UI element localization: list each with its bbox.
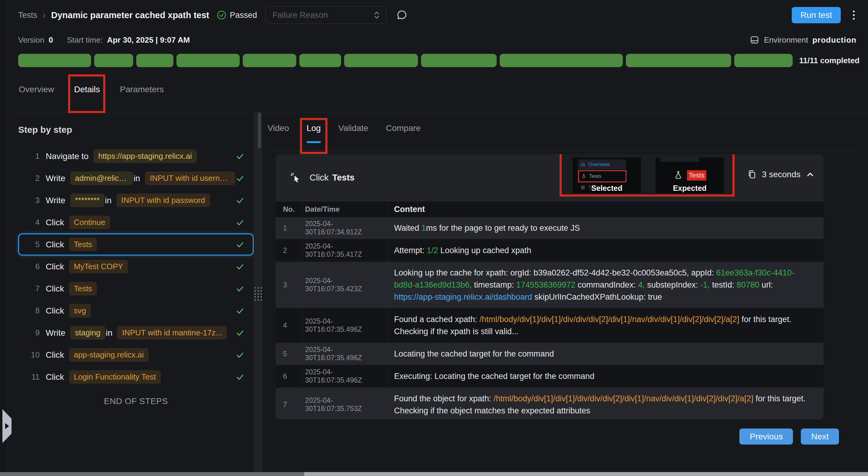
status-text: Passed bbox=[230, 10, 257, 20]
step-row-11[interactable]: 11ClickLogin Functionality Test bbox=[18, 366, 254, 388]
progress-segment-8[interactable] bbox=[421, 54, 497, 67]
progress-segment-6[interactable] bbox=[299, 54, 341, 67]
progress-segment-3[interactable] bbox=[136, 54, 173, 67]
mini-overview-item: Overview bbox=[578, 159, 626, 170]
environment-value: production bbox=[812, 35, 857, 45]
log-card: Click Tests Overview Test bbox=[276, 154, 824, 419]
step-target-chip: Login Functionality Test bbox=[69, 370, 161, 384]
flask-icon bbox=[673, 170, 683, 180]
resize-handle-dots-icon[interactable] bbox=[254, 287, 262, 301]
step-action: Write bbox=[46, 196, 65, 205]
step-target-chip: app-staging.relicx.ai bbox=[69, 348, 149, 362]
progress-segment-11[interactable] bbox=[734, 54, 792, 67]
step-action: Click bbox=[46, 372, 64, 382]
step-row-3[interactable]: 3Write********inINPUT with id password bbox=[18, 189, 254, 211]
tab-validate[interactable]: Validate bbox=[338, 121, 368, 150]
selected-label: Selected bbox=[572, 184, 641, 193]
step-row-6[interactable]: 6ClickMyTest COPY bbox=[18, 256, 254, 278]
log-xpath: /html/body/div[1]/div[1]/div/div/div[2]/… bbox=[479, 315, 739, 324]
log-text: Looking up the cache for xpath: orgId: b… bbox=[394, 268, 716, 277]
horizontal-scrollbar-thumb[interactable] bbox=[0, 472, 304, 476]
step-number: 7 bbox=[27, 284, 40, 293]
selected-screenshot-thumbnail[interactable]: Overview Tests Suites bbox=[572, 158, 641, 193]
run-test-button[interactable]: Run test bbox=[792, 7, 841, 23]
progress-segment-7[interactable] bbox=[344, 54, 418, 67]
tab-overview[interactable]: Overview bbox=[19, 77, 54, 112]
step-value-chip: staging bbox=[70, 326, 105, 340]
panel-resize-scrollbar[interactable] bbox=[254, 112, 262, 476]
progress-segment-4[interactable] bbox=[177, 54, 240, 67]
progress-segment-10[interactable] bbox=[626, 54, 731, 67]
run-info-bar: Version 0 Start time: Apr 30, 2025 | 9:0… bbox=[8, 30, 868, 49]
log-row-timestamp: 2025-04-30T16:07:35.496Z bbox=[302, 343, 387, 365]
log-text: commandIndex: bbox=[575, 280, 638, 290]
app-root: Tests › Dynamic parameter cached xpath t… bbox=[0, 0, 868, 476]
failure-reason-placeholder: Failure Reason bbox=[272, 10, 373, 20]
progress-segment-1[interactable] bbox=[18, 54, 91, 67]
tab-details[interactable]: Details bbox=[74, 77, 100, 112]
collapse-chevron-up-icon[interactable] bbox=[805, 170, 815, 179]
step-passed-check-icon bbox=[235, 174, 245, 183]
more-options-kebab-icon[interactable] bbox=[851, 9, 857, 22]
log-text: skipUrlInCachedXPathLookup: true bbox=[532, 293, 662, 302]
comment-bubble-icon[interactable] bbox=[396, 9, 408, 22]
breadcrumb-tests[interactable]: Tests bbox=[18, 10, 37, 20]
step-target-chip: Tests bbox=[69, 282, 97, 296]
log-row-content: Looking up the cache for xpath: orgId: b… bbox=[387, 262, 824, 308]
step-row-5[interactable]: 5ClickTests bbox=[18, 234, 254, 256]
progress-segment-5[interactable] bbox=[243, 54, 296, 67]
step-row-8[interactable]: 8Clicksvg bbox=[18, 300, 254, 322]
step-connector: in bbox=[105, 196, 112, 205]
tab-compare[interactable]: Compare bbox=[386, 121, 421, 150]
detail-panel: VideoLogValidateCompare Click Tests Over… bbox=[262, 112, 868, 476]
step-list: 1Navigate tohttps://app-staging.relicx.a… bbox=[18, 145, 254, 388]
failure-reason-select[interactable]: Failure Reason bbox=[266, 6, 386, 24]
log-text: substepIndex: bbox=[645, 280, 700, 290]
step-passed-check-icon bbox=[235, 306, 245, 316]
select-updown-icon bbox=[373, 10, 381, 20]
tab-log[interactable]: Log bbox=[307, 121, 321, 150]
log-text: url: bbox=[760, 280, 773, 290]
step-target-chip: INPUT with id password bbox=[117, 194, 210, 207]
tab-video[interactable]: Video bbox=[268, 121, 289, 150]
expected-screenshot-thumbnail[interactable]: Tests Expected bbox=[655, 158, 724, 193]
step-number: 11 bbox=[27, 372, 40, 382]
log-row-number: 7 bbox=[276, 388, 302, 419]
progress-segment-2[interactable] bbox=[94, 54, 133, 67]
copy-icon[interactable] bbox=[747, 169, 757, 180]
step-row-1[interactable]: 1Navigate tohttps://app-staging.relicx.a… bbox=[18, 145, 254, 167]
environment-drive-icon bbox=[749, 35, 760, 45]
log-row-content: Found the object for xpath: /html/body/d… bbox=[387, 388, 824, 419]
step-number: 3 bbox=[27, 196, 40, 205]
log-row-content: Found a cached xpath: /html/body/div[1]/… bbox=[387, 308, 824, 342]
step-row-7[interactable]: 7ClickTests bbox=[18, 278, 254, 300]
step-number: 1 bbox=[27, 151, 40, 161]
step-row-10[interactable]: 10Clickapp-staging.relicx.ai bbox=[18, 344, 254, 366]
log-row-content: Attempt: 1/2 Looking up cached xpath bbox=[387, 239, 824, 261]
step-row-9[interactable]: 9WritestaginginINPUT with id mantine-17z… bbox=[18, 322, 254, 344]
steps-scrollbar-thumb[interactable] bbox=[258, 112, 261, 148]
status-badge: Passed bbox=[216, 10, 257, 20]
progress-segment-9[interactable] bbox=[500, 54, 623, 67]
previous-button[interactable]: Previous bbox=[739, 429, 793, 445]
step-row-2[interactable]: 2Writeadmin@relicx.aiinINPUT with id use… bbox=[18, 167, 254, 189]
tab-parameters[interactable]: Parameters bbox=[120, 77, 164, 112]
step-target-chip: svg bbox=[69, 304, 91, 317]
step-progress-bar: 11/11 completed bbox=[18, 53, 860, 68]
horizontal-scrollbar[interactable] bbox=[0, 472, 868, 476]
step-row-4[interactable]: 4ClickContinue bbox=[18, 211, 254, 234]
log-row-content: Waited 1ms for the page to get ready to … bbox=[387, 217, 824, 239]
log-link[interactable]: https://app-staging.relicx.ai/dashboard bbox=[394, 293, 532, 302]
log-text: 1 bbox=[422, 224, 426, 233]
main-area: Step by step 1Navigate tohttps://app-sta… bbox=[8, 112, 868, 476]
progress-segments bbox=[18, 54, 793, 67]
duration-group: 3 seconds bbox=[747, 169, 815, 180]
log-row-4: 42025-04-30T16:07:35.496ZFound a cached … bbox=[276, 308, 824, 343]
step-number: 4 bbox=[27, 218, 40, 227]
expected-label: Expected bbox=[655, 184, 724, 193]
log-header: Click Tests Overview Test bbox=[276, 154, 824, 201]
step-number: 5 bbox=[27, 240, 40, 249]
log-text: 80780 bbox=[737, 280, 760, 290]
next-button[interactable]: Next bbox=[801, 429, 839, 445]
log-row-3: 32025-04-30T16:07:35.423ZLooking up the … bbox=[276, 262, 824, 308]
